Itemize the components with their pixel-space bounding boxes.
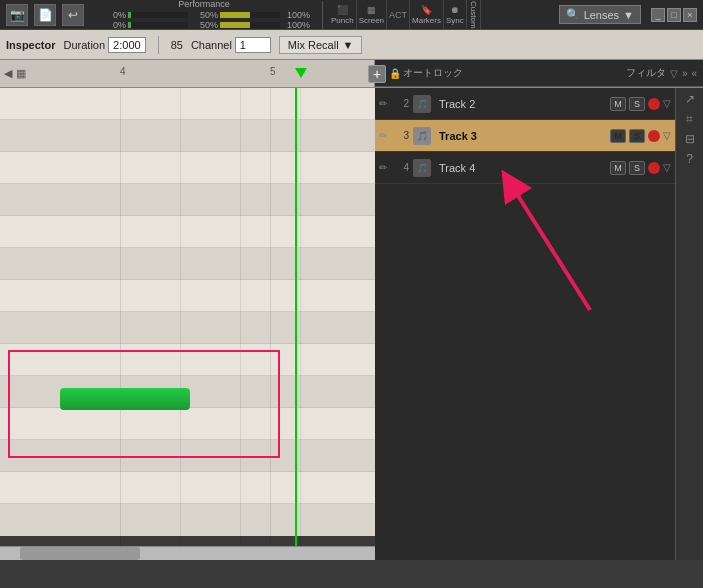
record-button-4[interactable]: [648, 162, 660, 174]
solo-button-3[interactable]: S: [629, 129, 645, 143]
mute-button-4[interactable]: M: [610, 161, 626, 175]
track-row-4[interactable]: ✏ 4 🎵 Track 4 M S ▽: [375, 152, 675, 184]
grid-row-14: [0, 504, 375, 536]
horizontal-scrollbar[interactable]: [0, 546, 375, 560]
top-bar: 📷 📄 ↩ Performance 0% 50% 100% 0% 50% 100…: [0, 0, 703, 30]
lenses-label: Lenses: [584, 9, 619, 21]
filter-label: フィルタ: [626, 66, 666, 80]
sync-label: Sync: [446, 16, 464, 25]
track-filter-icon-3[interactable]: ▽: [663, 130, 671, 141]
sync-icon-col[interactable]: ⏺Sync: [444, 0, 467, 30]
track-name-2[interactable]: Track 2: [435, 98, 495, 110]
channel-label: Channel: [191, 39, 232, 51]
rp-icon-1[interactable]: ↗: [685, 92, 695, 106]
arrow-left-icon[interactable]: ↩: [62, 4, 84, 26]
mute-button-2[interactable]: M: [610, 97, 626, 111]
track-filter-icon-4[interactable]: ▽: [663, 162, 671, 173]
autolock-label: オートロック: [403, 66, 463, 80]
performance-section: Performance 0% 50% 100% 0% 50% 100%: [98, 0, 310, 30]
lock-icon: 🔒: [389, 68, 401, 79]
perf-bar-bg-3: [128, 22, 188, 28]
grid-row-6: [0, 248, 375, 280]
perf-mid-2: 50%: [190, 20, 218, 30]
grid-row-3: [0, 152, 375, 184]
punch-area: ⬛Punch ▦Screen ACT 🔖Markers ⏺Sync Custom: [322, 1, 481, 29]
playhead-line: [295, 88, 297, 546]
perf-row-1: 0% 50% 100%: [98, 10, 310, 20]
track-num-2: 2: [395, 98, 409, 109]
filter-icon[interactable]: ▽: [670, 68, 678, 79]
track-edit-icon-2: ✏: [379, 98, 391, 109]
rp-icon-3[interactable]: ⊟: [685, 132, 695, 146]
punch-icon-col[interactable]: ⬛Punch: [329, 0, 357, 30]
track-edit-icon-4: ✏: [379, 162, 391, 173]
camera-icon[interactable]: 📷: [6, 4, 28, 26]
grid-row-1: [0, 88, 375, 120]
track-filter-icon-2[interactable]: ▽: [663, 98, 671, 109]
perf-bar-fill-4: [220, 22, 250, 28]
record-button-3[interactable]: [648, 130, 660, 142]
add-track-button[interactable]: +: [368, 65, 386, 83]
custom-icon-col[interactable]: Custom: [467, 0, 481, 30]
track-name-4[interactable]: Track 4: [435, 162, 495, 174]
rp-icon-4[interactable]: ?: [686, 152, 693, 166]
track-list-header: 🔒 オートロック フィルタ ▽ » «: [375, 60, 703, 87]
mix-recall-button[interactable]: Mix Recall ▼: [279, 36, 363, 54]
channel-num-value: 85: [171, 39, 183, 51]
ruler-nav-left-icon[interactable]: ◀: [4, 67, 12, 80]
duration-value[interactable]: 2:000: [108, 37, 146, 53]
perf-pct-2: 0%: [98, 20, 126, 30]
perf-bar-fill-2: [220, 12, 250, 18]
punch-label: Punch: [331, 16, 354, 25]
minimize-button[interactable]: _: [651, 8, 665, 22]
close-button[interactable]: ×: [683, 8, 697, 22]
perf-mid-1: 50%: [190, 10, 218, 20]
inspector-title: Inspector: [6, 39, 56, 51]
perf-pct-1: 0%: [98, 10, 126, 20]
track-edit-icon-3: ✏: [379, 130, 391, 141]
main-area: ✏ 2 🎵 Track 2 M S ▽ ✏ 3 🎵 Track 3 M S ▽: [0, 88, 703, 560]
perf-max-1: 100%: [282, 10, 310, 20]
mix-recall-chevron-icon: ▼: [343, 39, 354, 51]
track-row-2[interactable]: ✏ 2 🎵 Track 2 M S ▽: [375, 88, 675, 120]
green-clip[interactable]: [60, 388, 190, 410]
grid-area[interactable]: [0, 88, 375, 560]
collapse-icon[interactable]: «: [691, 68, 697, 79]
expand-icon[interactable]: »: [682, 68, 688, 79]
ruler-grid-icon[interactable]: ▦: [16, 67, 26, 80]
rp-icon-2[interactable]: ⌗: [686, 112, 693, 126]
scrollbar-thumb[interactable]: [20, 547, 140, 560]
track-instrument-icon-2: 🎵: [413, 95, 431, 113]
track-name-3[interactable]: Track 3: [435, 129, 495, 143]
duration-label: Duration: [64, 39, 106, 51]
track-instrument-icon-4: 🎵: [413, 159, 431, 177]
track-num-4: 4: [395, 162, 409, 173]
ruler-marker-5: 5: [270, 66, 276, 77]
track-row-3[interactable]: ✏ 3 🎵 Track 3 M S ▽: [375, 120, 675, 152]
perf-row-2: 0% 50% 100%: [98, 20, 310, 30]
performance-label: Performance: [178, 0, 230, 9]
solo-button-4[interactable]: S: [629, 161, 645, 175]
grid-rows: [0, 88, 375, 546]
channel-value[interactable]: 1: [235, 37, 271, 53]
track-controls-4: M S ▽: [610, 161, 671, 175]
maximize-button[interactable]: □: [667, 8, 681, 22]
perf-bar-bg-2: [220, 12, 280, 18]
track-instrument-icon-3: 🎵: [413, 127, 431, 145]
lenses-chevron-icon: ▼: [623, 9, 634, 21]
lenses-dropdown[interactable]: 🔍 Lenses ▼: [559, 5, 641, 24]
grid-row-7: [0, 280, 375, 312]
perf-bar-bg-4: [220, 22, 280, 28]
track-controls-2: M S ▽: [610, 97, 671, 111]
record-button-2[interactable]: [648, 98, 660, 110]
grid-vline-4: [270, 88, 271, 546]
grid-row-4: [0, 184, 375, 216]
screen-icon-col[interactable]: ▦Screen: [357, 0, 387, 30]
grid-row-2: [0, 120, 375, 152]
mute-button-3[interactable]: M: [610, 129, 626, 143]
doc-icon[interactable]: 📄: [34, 4, 56, 26]
solo-button-2[interactable]: S: [629, 97, 645, 111]
act-icon-col[interactable]: ACT: [387, 0, 410, 30]
markers-icon-col[interactable]: 🔖Markers: [410, 0, 444, 30]
channel-field: Channel 1: [191, 37, 271, 53]
